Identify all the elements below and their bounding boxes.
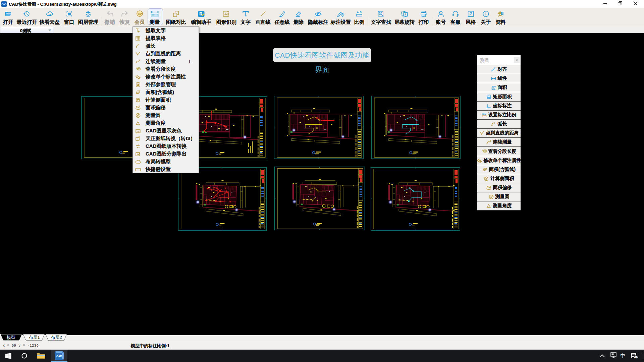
svg-text:VIP: VIP <box>138 12 142 15</box>
svg-text:1: 1 <box>635 356 637 359</box>
svg-text:CAD: CAD <box>136 130 140 132</box>
svg-text:布局1: 布局1 <box>28 335 40 340</box>
svg-text:CAD: CAD <box>56 355 62 358</box>
svg-text:布局2: 布局2 <box>50 335 62 340</box>
svg-text:A:B: A:B <box>482 113 486 115</box>
svg-text:A: A <box>380 12 381 14</box>
svg-text:CAD: CAD <box>2 3 7 5</box>
svg-text:A:B: A:B <box>357 10 362 13</box>
svg-text:模型: 模型 <box>6 335 15 340</box>
